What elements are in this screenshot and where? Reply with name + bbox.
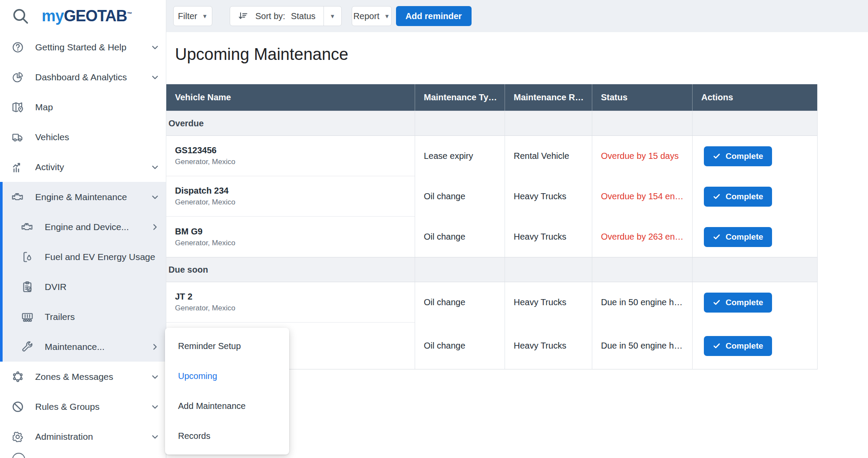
sort-descending-icon [238,11,248,21]
maintenance-type-cell: Oil change [415,217,505,257]
sidebar-item-label: Vehicles [35,132,69,142]
actions-cell: Complete [692,176,817,217]
sidebar-item-zones-messages[interactable]: Zones & Messages [0,362,166,392]
sidebar-item-engine-and-device[interactable]: Engine and Device... [0,212,166,242]
sidebar-item-label: DVIR [45,282,66,292]
sidebar-nav: Getting Started & HelpDashboard & Analyt… [0,32,166,451]
sidebar-item-label: Map [35,102,53,112]
sidebar-item-getting-started-help[interactable]: Getting Started & Help [0,32,166,62]
group-label: Due soon [166,257,415,282]
table-row[interactable]: BM G9Generator, MexicoOil changeHeavy Tr… [166,217,817,257]
sort-by-label: Sort by: [255,11,285,21]
complete-button[interactable]: Complete [704,293,772,313]
page-title: Upcoming Maintenance [175,45,348,64]
sort-value: Status [291,11,316,21]
maintenance-type-cell: Lease expiry [415,136,505,176]
complete-button[interactable]: Complete [704,336,772,356]
status-cell: Due in 50 engine h… [592,282,692,323]
sidebar-item-vehicles[interactable]: Vehicles [0,122,166,152]
maintenance-type-cell: Oil change [415,323,505,369]
sidebar-item-label: Engine and Device... [45,222,129,232]
sidebar-item-activity[interactable]: Activity [0,152,166,182]
sidebar-item-administration[interactable]: Administration [0,422,166,451]
maintenance-rule-cell: Heavy Trucks [505,282,592,323]
sidebar-item-dashboard-analytics[interactable]: Dashboard & Analytics [0,62,166,92]
maintenance-rule-cell: Heavy Trucks [505,323,592,369]
mygeotab-logo: myGEOTAB™ [42,7,132,25]
sidebar-item-map[interactable]: Map [0,92,166,122]
report-button[interactable]: Report ▼ [352,6,392,26]
status-cell: Overdue by 263 en… [592,217,692,257]
column-header-status[interactable]: Status [592,84,692,111]
column-header-vehicle-name[interactable]: Vehicle Name [166,84,415,111]
complete-button[interactable]: Complete [704,227,772,247]
sidebar-header: myGEOTAB™ [0,0,166,32]
sidebar-item-label: Maintenance... [45,342,105,352]
flyout-item-records[interactable]: Records [165,421,289,451]
activity-chart-icon [11,160,25,174]
sidebar-item-rules-groups[interactable]: Rules & Groups [0,392,166,422]
table-row[interactable]: Dispatch 234Generator, MexicoOil changeH… [166,176,817,217]
table-row[interactable]: JT 2Generator, MexicoOil changeHeavy Tru… [166,282,817,323]
sidebar-item-label: Activity [35,162,64,172]
support-icon[interactable] [12,453,25,458]
sort-by-button[interactable]: Sort by: Status [230,7,323,26]
maintenance-rule-cell: Heavy Trucks [505,217,592,257]
flyout-item-add-maintenance[interactable]: Add Maintenance [165,391,289,421]
maintenance-submenu: Reminder SetupUpcomingAdd MaintenanceRec… [165,328,289,455]
logo-my: my [42,7,64,25]
column-header-maintenance-ty[interactable]: Maintenance Ty… [415,84,505,111]
chevron-down-icon [150,192,160,202]
group-row-overdue[interactable]: Overdue [166,111,817,136]
prohibition-icon [11,400,25,414]
vehicle-groups: Generator, Mexico [175,198,235,207]
column-header-maintenance-r[interactable]: Maintenance R… [505,84,592,111]
help-circle-icon [11,40,25,54]
flyout-item-upcoming[interactable]: Upcoming [165,361,289,391]
actions-cell: Complete [692,136,817,176]
flyout-item-reminder-setup[interactable]: Reminder Setup [165,331,289,361]
check-icon [713,298,721,306]
sidebar-item-label: Rules & Groups [35,402,99,412]
status-cell: Overdue by 154 en… [592,176,692,217]
sort-options-button[interactable]: ▼ [323,7,341,26]
complete-button[interactable]: Complete [704,146,772,166]
vehicle-groups: Generator, Mexico [175,304,235,313]
complete-label: Complete [726,152,763,161]
vehicle-name: BM G9 [175,227,202,237]
sidebar-item-maintenance[interactable]: Maintenance... [0,332,166,362]
filter-label: Filter [178,11,197,21]
sidebar-item-trailers[interactable]: Trailers [0,302,166,332]
check-icon [713,342,721,350]
fuel-drop-icon [20,250,34,264]
clipboard-check-icon [20,280,34,294]
sort-button-group: Sort by: Status ▼ [230,6,342,26]
status-cell: Due in 50 engine h… [592,323,692,369]
zones-icon [11,370,25,384]
sidebar-item-dvir[interactable]: DVIR [0,272,166,302]
pie-chart-icon [11,70,25,84]
table-row[interactable]: GS123456Generator, MexicoLease expiryRen… [166,136,817,176]
sidebar-item-label: Engine & Maintenance [35,192,127,202]
caret-down-icon: ▼ [330,13,335,19]
trailer-icon [20,310,34,324]
complete-button[interactable]: Complete [704,187,772,207]
actions-cell: Complete [692,217,817,257]
sidebar-item-label: Getting Started & Help [35,42,126,53]
add-reminder-button[interactable]: Add reminder [396,6,472,26]
sidebar-item-engine-maintenance[interactable]: Engine & Maintenance [0,182,166,212]
search-icon[interactable] [11,7,30,25]
gear-icon [11,430,25,444]
status-cell: Overdue by 15 days [592,136,692,176]
complete-label: Complete [726,298,763,307]
group-row-due-soon[interactable]: Due soon [166,257,817,282]
wrench-icon [20,340,34,354]
chevron-down-icon [150,372,160,382]
logo-trademark: ™ [127,11,132,17]
group-label: Overdue [166,111,415,135]
filter-button[interactable]: Filter ▼ [173,6,212,26]
sidebar-item-label: Dashboard & Analytics [35,72,127,82]
vehicle-name: Dispatch 234 [175,186,228,196]
column-header-actions[interactable]: Actions [692,84,817,111]
sidebar-item-fuel-and-ev-energy-usage[interactable]: Fuel and EV Energy Usage [0,242,166,272]
